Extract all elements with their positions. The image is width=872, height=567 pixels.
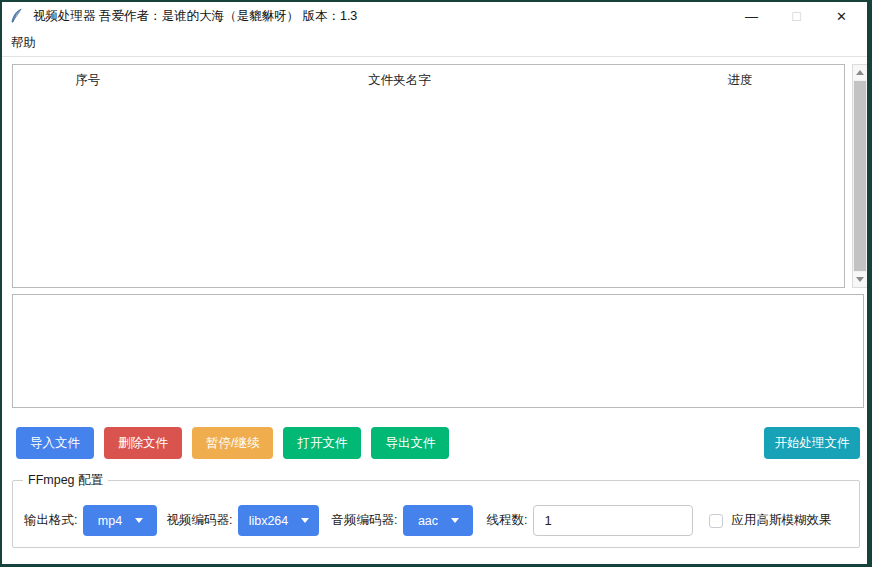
audio-encoder-select[interactable]: aac <box>403 505 473 536</box>
titlebar: 视频处理器 吾爱作者：是谁的大海（是貔貅呀） 版本：1.3 — □ ✕ <box>2 2 867 30</box>
start-processing-button[interactable]: 开始处理文件 <box>764 427 860 459</box>
gaussian-blur-checkbox[interactable] <box>709 514 723 528</box>
scroll-down-icon <box>856 277 864 282</box>
close-button[interactable]: ✕ <box>819 2 864 30</box>
ffmpeg-config-legend: FFmpeg 配置 <box>23 472 108 489</box>
video-encoder-value: libx264 <box>249 514 289 528</box>
ffmpeg-config-group: FFmpeg 配置 输出格式: mp4 视频编码器: libx264 音频编码器… <box>12 480 860 548</box>
log-output-panel[interactable] <box>12 294 864 408</box>
column-header-progress[interactable]: 进度 <box>636 72 844 89</box>
audio-encoder-label: 音频编码器: <box>331 512 397 529</box>
pause-resume-button[interactable]: 暂停/继续 <box>192 427 273 459</box>
table-header-row: 序号 文件夹名字 进度 <box>13 65 844 95</box>
audio-encoder-value: aac <box>418 514 438 528</box>
video-encoder-label: 视频编码器: <box>166 512 232 529</box>
threads-label: 线程数: <box>486 512 527 529</box>
scrollbar-thumb[interactable] <box>854 81 866 271</box>
table-vertical-scrollbar[interactable] <box>852 64 868 288</box>
scroll-down-button[interactable] <box>853 272 867 287</box>
app-window: 视频处理器 吾爱作者：是谁的大海（是貔貅呀） 版本：1.3 — □ ✕ 帮助 序… <box>0 0 872 567</box>
open-files-button[interactable]: 打开文件 <box>283 427 361 459</box>
scroll-up-icon <box>856 70 864 75</box>
column-header-folder-name[interactable]: 文件夹名字 <box>163 72 637 89</box>
ffmpeg-config-row: 输出格式: mp4 视频编码器: libx264 音频编码器: aac 线程数:… <box>24 505 831 536</box>
toolbar: 导入文件 删除文件 暂停/继续 打开文件 导出文件 <box>16 427 449 459</box>
output-format-select[interactable]: mp4 <box>83 505 157 536</box>
chevron-down-icon <box>301 518 309 523</box>
gaussian-blur-label: 应用高斯模糊效果 <box>731 512 831 529</box>
video-encoder-select[interactable]: libx264 <box>238 505 319 536</box>
chevron-down-icon <box>135 518 143 523</box>
import-files-button[interactable]: 导入文件 <box>16 427 94 459</box>
scroll-up-button[interactable] <box>853 65 867 80</box>
output-format-label: 输出格式: <box>24 512 77 529</box>
output-format-value: mp4 <box>98 514 122 528</box>
minimize-button[interactable]: — <box>729 2 774 30</box>
column-header-index[interactable]: 序号 <box>13 72 163 89</box>
export-files-button[interactable]: 导出文件 <box>371 427 449 459</box>
window-controls: — □ ✕ <box>729 2 864 30</box>
threads-input[interactable] <box>533 505 693 536</box>
delete-files-button[interactable]: 删除文件 <box>104 427 182 459</box>
app-icon-feather <box>10 8 23 24</box>
file-list-table[interactable]: 序号 文件夹名字 进度 <box>12 64 845 288</box>
maximize-button[interactable]: □ <box>774 2 819 30</box>
menubar: 帮助 <box>2 30 867 57</box>
chevron-down-icon <box>451 518 459 523</box>
menu-item-help[interactable]: 帮助 <box>2 30 45 56</box>
window-title: 视频处理器 吾爱作者：是谁的大海（是貔貅呀） 版本：1.3 <box>33 8 357 25</box>
